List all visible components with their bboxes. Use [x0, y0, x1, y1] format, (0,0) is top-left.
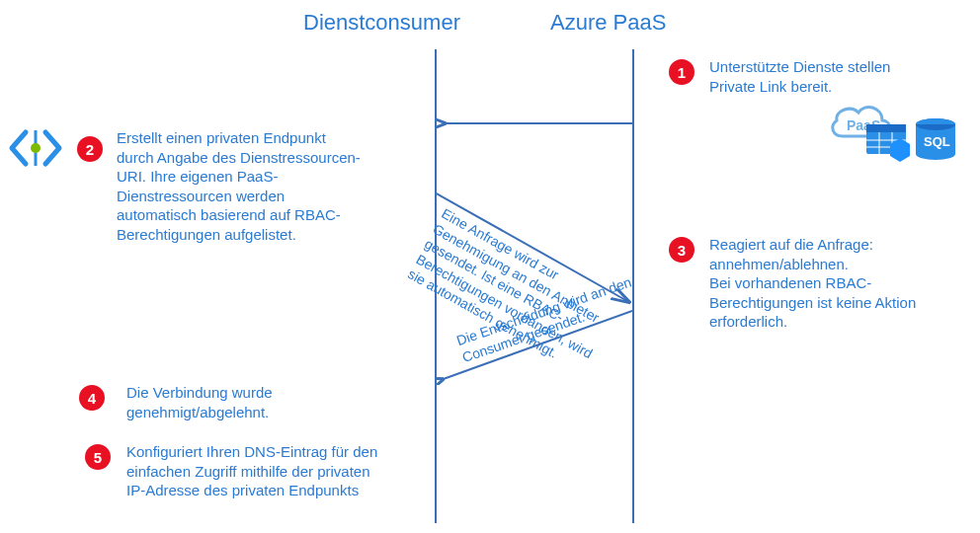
arrow-provider-to-consumer-1	[435, 109, 632, 138]
svg-point-10	[916, 148, 955, 160]
step-text-2: Erstellt einen privaten Endpunkt durch A…	[117, 128, 364, 244]
step-badge-2: 2	[77, 136, 103, 162]
step-badge-3: 3	[669, 237, 694, 263]
code-endpoint-icon	[8, 126, 63, 174]
step-badge-4: 4	[79, 385, 105, 411]
step-text-1: Unterstützte Dienste stellen Private Lin…	[709, 57, 937, 96]
step-text-4: Die Verbindung wurde genehmigt/abgelehnt…	[126, 383, 364, 421]
column-title-consumer: Dienstconsumer	[303, 10, 460, 36]
diagram-stage: Dienstconsumer Azure PaaS 1 Unterstützte…	[0, 0, 980, 533]
paas-icon-group: PaaS SQL	[825, 97, 973, 170]
sql-db-icon: SQL	[916, 118, 955, 160]
svg-rect-2	[866, 124, 906, 132]
column-title-provider: Azure PaaS	[550, 10, 666, 36]
step-badge-1: 1	[669, 59, 694, 85]
step-text-3: Reagiert auf die Anfrage: annehmen/ableh…	[709, 235, 946, 332]
step-badge-5: 5	[85, 444, 111, 470]
svg-text:SQL: SQL	[924, 134, 950, 149]
step-text-5: Konfiguriert Ihren DNS-Eintrag für den e…	[126, 442, 383, 500]
svg-point-14	[31, 143, 41, 153]
